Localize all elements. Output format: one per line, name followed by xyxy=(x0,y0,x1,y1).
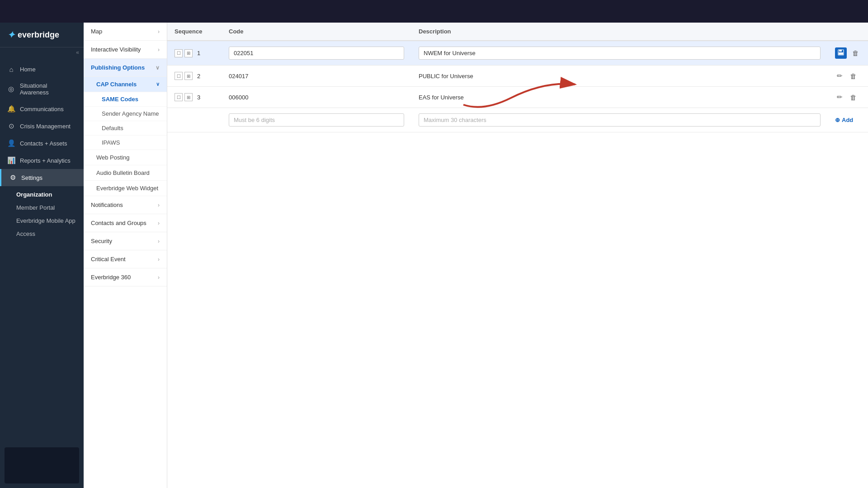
sidebar-item-web-posting[interactable]: Web Posting xyxy=(84,150,167,165)
add-button[interactable]: ⊕ Add xyxy=(835,117,853,123)
row1-icon1[interactable]: ☐ xyxy=(175,49,183,57)
second-sidebar: Map › Interactive Visibility › Publishin… xyxy=(84,23,167,488)
row3-icon2[interactable]: ⊞ xyxy=(184,93,193,101)
sidebar-item-cap-channels-label: CAP Channels xyxy=(96,81,137,88)
nav-bottom-widget xyxy=(5,447,79,483)
chevron-down-icon: ∨ xyxy=(156,81,160,87)
new-row: ⊕ Add xyxy=(167,108,868,132)
table-row: ☐ ⊞ 3 006000 EAS for Universe ✏ 🗑 xyxy=(167,87,868,108)
nav-item-home[interactable]: ⌂ Home xyxy=(0,61,84,78)
chevron-right-icon: › xyxy=(158,202,160,208)
row1-seq-num: 1 xyxy=(197,50,200,56)
nav-label-crisis-management: Crisis Management xyxy=(20,123,71,130)
table-row: ☐ ⊞ 2 024017 PUBLIC for Universe ✏ 🗑 xyxy=(167,66,868,87)
sidebar-item-publishing-options[interactable]: Publishing Options ∨ xyxy=(84,59,167,77)
row2-actions: ✏ 🗑 xyxy=(828,66,868,87)
table-row: ☐ ⊞ 1 xyxy=(167,41,868,66)
logo-icon: ✦ xyxy=(7,29,15,40)
chevron-down-icon: ∨ xyxy=(156,65,160,71)
left-nav: ✦ everbridge « ⌂ Home ◎ Situational Awar… xyxy=(0,23,84,488)
row1-save-button[interactable] xyxy=(835,47,847,59)
add-label: Add xyxy=(842,117,853,123)
row2-icon1[interactable]: ☐ xyxy=(175,72,183,80)
nav-sub-item-access[interactable]: Access xyxy=(9,227,84,240)
nav-sub-item-member-portal[interactable]: Member Portal xyxy=(9,201,84,214)
nav-item-contacts-assets[interactable]: 👤 Contacts + Assets xyxy=(0,135,84,152)
nav-item-settings[interactable]: ⚙ Settings xyxy=(0,169,84,186)
same-codes-table: Sequence Code Description ☐ ⊞ 1 xyxy=(167,23,868,132)
chevron-right-icon: › xyxy=(158,28,160,35)
row3-icon1[interactable]: ☐ xyxy=(175,93,183,101)
nav-item-reports-analytics[interactable]: 📊 Reports + Analytics xyxy=(0,152,84,169)
communications-icon: 🔔 xyxy=(7,105,15,113)
sidebar-item-map[interactable]: Map › xyxy=(84,23,167,41)
new-code-input[interactable] xyxy=(229,113,404,127)
sidebar-item-interactive-visibility-label: Interactive Visibility xyxy=(91,46,141,53)
row3-edit-button[interactable]: ✏ xyxy=(835,92,844,102)
row3-sequence: ☐ ⊞ 3 xyxy=(167,87,222,108)
nav-item-situational-awareness[interactable]: ◎ Situational Awareness xyxy=(0,78,84,100)
content-area: Sequence Code Description ☐ ⊞ 1 xyxy=(167,23,868,132)
sidebar-item-map-label: Map xyxy=(91,28,102,35)
row3-seq-num: 3 xyxy=(197,94,200,101)
nav-sub-item-everbridge-mobile-app[interactable]: Everbridge Mobile App xyxy=(9,214,84,227)
nav-label-contacts-assets: Contacts + Assets xyxy=(20,140,67,147)
sidebar-item-defaults[interactable]: Defaults xyxy=(84,121,167,136)
row3-action-icons: ✏ 🗑 xyxy=(835,92,861,102)
nav-label-situational-awareness: Situational Awareness xyxy=(20,82,76,96)
sidebar-item-security-label: Security xyxy=(91,238,112,244)
sidebar-item-interactive-visibility[interactable]: Interactive Visibility › xyxy=(84,41,167,59)
main-content: Sequence Code Description ☐ ⊞ 1 xyxy=(167,23,868,488)
chevron-right-icon: › xyxy=(158,220,160,226)
row1-action-icons: 🗑 xyxy=(835,47,861,59)
col-header-description: Description xyxy=(411,23,828,41)
sidebar-item-critical-event-label: Critical Event xyxy=(91,256,126,263)
sidebar-item-cap-channels[interactable]: CAP Channels ∨ xyxy=(84,77,167,92)
row3-code-cell: 006000 xyxy=(222,87,411,108)
row1-icons: ☐ ⊞ 1 xyxy=(175,49,214,57)
row3-icons: ☐ ⊞ 3 xyxy=(175,93,214,101)
sidebar-item-same-codes[interactable]: SAME Codes xyxy=(84,92,167,107)
sidebar-cap-channels-children: SAME Codes Sender Agency Name Defaults I… xyxy=(84,92,167,150)
nav-item-crisis-management[interactable]: ⊙ Crisis Management xyxy=(0,117,84,135)
situational-awareness-icon: ◎ xyxy=(7,85,15,93)
sidebar-item-critical-event[interactable]: Critical Event › xyxy=(84,250,167,268)
col-header-actions xyxy=(828,23,868,41)
sidebar-item-publishing-options-label: Publishing Options xyxy=(91,64,145,71)
row2-seq-num: 2 xyxy=(197,73,200,80)
chevron-right-icon: › xyxy=(158,238,160,244)
nav-sub-item-organization[interactable]: Organization xyxy=(9,188,84,201)
sidebar-item-sender-agency-name[interactable]: Sender Agency Name xyxy=(84,107,167,121)
collapse-button[interactable]: « xyxy=(0,47,84,57)
row3-description-cell: EAS for Universe xyxy=(411,87,828,108)
crisis-management-icon: ⊙ xyxy=(7,122,15,130)
sidebar-item-contacts-and-groups[interactable]: Contacts and Groups › xyxy=(84,214,167,232)
col-header-code: Code xyxy=(222,23,411,41)
nav-label-home: Home xyxy=(20,66,36,73)
new-description-input[interactable] xyxy=(419,113,821,127)
nav-item-communications[interactable]: 🔔 Communications xyxy=(0,100,84,117)
row2-delete-button[interactable]: 🗑 xyxy=(848,71,859,81)
row1-code-input[interactable] xyxy=(229,47,404,60)
sidebar-item-security[interactable]: Security › xyxy=(84,232,167,250)
row1-description-input[interactable] xyxy=(419,47,821,60)
sidebar-item-notifications-label: Notifications xyxy=(91,202,123,208)
row1-icon2[interactable]: ⊞ xyxy=(184,49,193,57)
row1-description-cell xyxy=(411,41,828,66)
sidebar-item-audio-bulletin-board[interactable]: Audio Bulletin Board xyxy=(84,165,167,181)
row1-delete-button[interactable]: 🗑 xyxy=(850,48,861,58)
row3-delete-button[interactable]: 🗑 xyxy=(848,93,859,102)
sidebar-item-everbridge-360[interactable]: Everbridge 360 › xyxy=(84,268,167,286)
nav-label-reports-analytics: Reports + Analytics xyxy=(20,157,71,164)
row2-icon2[interactable]: ⊞ xyxy=(184,72,193,80)
svg-rect-3 xyxy=(839,52,843,55)
new-row-description-cell xyxy=(411,108,828,132)
sidebar-item-contacts-and-groups-label: Contacts and Groups xyxy=(91,220,146,226)
row2-icons: ☐ ⊞ 2 xyxy=(175,72,214,80)
sidebar-item-everbridge-web-widget[interactable]: Everbridge Web Widget xyxy=(84,181,167,196)
sidebar-item-notifications[interactable]: Notifications › xyxy=(84,196,167,214)
row2-edit-button[interactable]: ✏ xyxy=(835,71,844,81)
new-row-sequence xyxy=(167,108,222,132)
sidebar-item-ipaws[interactable]: IPAWS xyxy=(84,136,167,150)
row2-description-cell: PUBLIC for Universe xyxy=(411,66,828,87)
